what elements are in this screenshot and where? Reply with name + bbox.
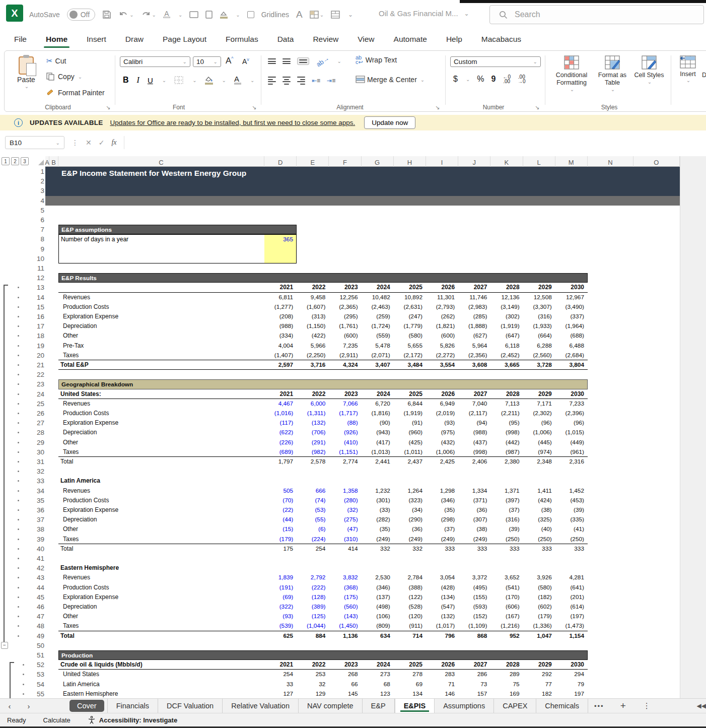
value-cell[interactable]: (93) [426,418,458,428]
value-cell[interactable]: 6,288 [523,341,555,351]
value-cell[interactable]: (988) [458,428,490,437]
sheet-title-banner[interactable]: E&P Income Statement for Western Energy … [45,167,680,196]
row-label-cell[interactable]: Taxes [63,621,79,631]
value-cell[interactable]: (1,216) [490,621,523,631]
sheet-tab-relative-valuation[interactable]: Relative Valuation [223,699,299,713]
row-label-cell[interactable]: Total [60,631,75,641]
value-cell[interactable]: (208) [264,312,297,321]
value-cell[interactable]: 6,811 [264,293,297,302]
value-cell[interactable]: (275) [329,515,361,524]
assumption-value[interactable]: 365 [283,235,293,244]
value-cell[interactable]: 1,154 [555,631,588,641]
year-header-cell[interactable]: 2023 [329,660,361,670]
table-section-label[interactable]: Crude oil & liquids (Mbbls/d) [60,660,143,670]
value-cell[interactable]: (371) [458,496,490,505]
value-cell[interactable]: (560) [329,602,361,612]
value-cell[interactable]: (541) [490,583,523,592]
value-cell[interactable]: (498) [362,602,394,612]
value-cell[interactable]: 714 [394,631,426,641]
search-box[interactable]: Search [489,5,704,24]
cancel-entry-icon[interactable]: ✕ [86,139,92,147]
row-label-cell[interactable]: Taxes [63,447,79,457]
value-cell[interactable]: (988) [264,321,297,331]
value-cell[interactable]: 3,054 [426,573,458,582]
value-cell[interactable]: (998) [458,447,490,457]
value-cell[interactable]: (35) [362,524,394,534]
value-cell[interactable]: (1,013) [362,447,394,457]
value-cell[interactable]: (1,011) [394,447,426,457]
menu-tab-data[interactable]: Data [276,32,295,47]
year-header-cell[interactable]: 2026 [426,389,458,399]
value-cell[interactable]: 2,316 [555,457,588,467]
row-label-cell[interactable]: Pre-Tax [63,341,84,351]
value-cell[interactable]: (290) [394,515,426,524]
row-label-cell[interactable]: Total [60,457,73,467]
value-cell[interactable]: 283 [426,670,458,679]
value-cell[interactable]: (528) [394,602,426,612]
value-cell[interactable]: 333 [523,544,555,554]
value-cell[interactable]: (132) [297,418,329,428]
value-cell[interactable]: (449) [555,438,588,447]
value-cell[interactable]: (15) [264,524,297,534]
format-as-table-button[interactable]: Format as Table ⌄ [594,55,630,92]
update-message-link[interactable]: Updates for Office are ready to be insta… [110,119,355,126]
value-cell[interactable]: (445) [523,438,555,447]
value-cell[interactable]: (809) [362,621,394,631]
year-header-cell[interactable]: 2027 [458,283,490,292]
value-cell[interactable]: (179) [264,535,297,544]
value-cell[interactable]: (2,684) [555,351,588,360]
row-label-cell[interactable]: Other [63,612,78,621]
decrease-font-icon[interactable]: Av [242,57,249,65]
value-cell[interactable]: (249) [394,535,426,544]
value-cell[interactable]: (975) [426,428,458,437]
value-cell[interactable]: (547) [426,602,458,612]
value-cell[interactable]: 5,826 [426,341,458,351]
value-cell[interactable]: 5,655 [394,341,426,351]
value-cell[interactable]: (424) [523,496,555,505]
year-header-cell[interactable]: 2023 [329,283,361,292]
value-cell[interactable]: 333 [555,544,588,554]
value-cell[interactable]: (3,307) [523,302,555,312]
value-cell[interactable]: (39) [490,524,523,534]
row-label-cell[interactable]: Total E&P [60,360,89,370]
value-cell[interactable]: (38) [523,505,555,515]
merge-center-button[interactable]: Merge & Center ⌄ [356,76,425,84]
font-color-icon[interactable]: A [163,11,170,18]
value-cell[interactable]: (627) [458,331,490,341]
menu-tab-formulas[interactable]: Formulas [225,32,259,47]
value-cell[interactable]: (442) [490,438,523,447]
value-cell[interactable]: (606) [490,602,523,612]
value-cell[interactable]: 333 [426,544,458,554]
value-cell[interactable]: (943) [362,428,394,437]
value-cell[interactable]: (6) [297,524,329,534]
value-cell[interactable]: (1,919) [490,321,523,331]
value-cell[interactable]: (132) [426,612,458,621]
value-cell[interactable]: 1,136 [329,631,361,641]
value-cell[interactable]: 2,348 [523,457,555,467]
year-header-cell[interactable]: 2021 [264,660,297,670]
menu-tab-macabacus[interactable]: Macabacus [480,32,522,47]
align-middle-icon[interactable] [283,58,291,64]
number-format-select[interactable]: Custom⌄ [450,56,541,67]
value-cell[interactable]: (74) [297,496,329,505]
value-cell[interactable]: 7,113 [490,399,523,409]
value-cell[interactable]: (170) [490,592,523,602]
value-cell[interactable]: 32 [297,680,329,689]
row-label-cell[interactable]: Taxes [63,535,79,544]
value-cell[interactable]: (95) [490,418,523,428]
value-cell[interactable]: (428) [426,583,458,592]
fill-color-button[interactable] [205,76,213,85]
value-cell[interactable]: 7,233 [555,399,588,409]
row-label-cell[interactable]: Production Costs [63,302,109,312]
value-cell[interactable]: (600) [426,331,458,341]
value-cell[interactable]: 4,281 [555,573,588,582]
value-cell[interactable]: 66 [329,680,361,689]
update-now-button[interactable]: Update now [364,116,415,129]
value-cell[interactable]: (432) [426,438,458,447]
value-cell[interactable]: (1,724) [362,321,394,331]
value-cell[interactable]: (249) [426,535,458,544]
row-label-cell[interactable]: Production Costs [63,583,109,592]
value-cell[interactable]: 146 [426,689,458,698]
assumptions-header[interactable]: E&P assumptions [58,225,297,234]
value-cell[interactable]: 3,804 [555,360,588,370]
